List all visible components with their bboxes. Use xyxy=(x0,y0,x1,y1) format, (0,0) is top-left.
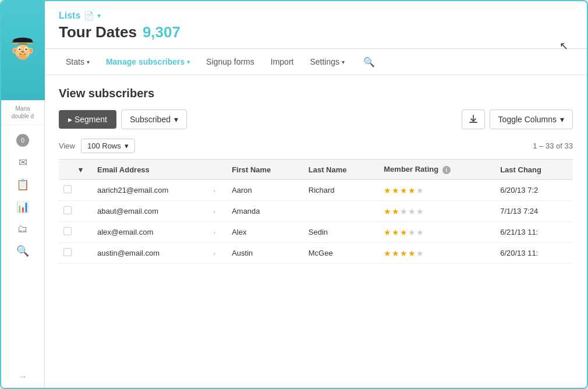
settings-chevron: ▾ xyxy=(342,59,345,65)
th-first-name[interactable]: First Name xyxy=(225,160,302,180)
page-header: Lists 📄 ▾ Tour Dates 9,307 xyxy=(45,1,587,49)
row-last-changed: 7/1/13 7:24 xyxy=(493,201,573,222)
toggle-columns-label: Toggle Columns xyxy=(498,115,557,124)
sidebar-user: Maria double d xyxy=(1,100,44,125)
nav-item-import[interactable]: Import xyxy=(264,49,301,75)
rows-select[interactable]: 100 Rows ▾ xyxy=(81,139,135,153)
row-expand-arrow[interactable]: › xyxy=(213,222,225,243)
svg-point-13 xyxy=(20,48,20,49)
svg-point-11 xyxy=(19,48,20,50)
expand-icon: › xyxy=(213,229,215,236)
row-email[interactable]: aarich21@email.com xyxy=(90,180,213,201)
star-empty: ★ xyxy=(416,207,424,216)
table-row[interactable]: abaut@email.com›Amanda★★★★★7/1/13 7:24 xyxy=(59,201,573,222)
th-last-changed[interactable]: Last Chang xyxy=(493,160,573,180)
row-checkbox-cell xyxy=(59,201,79,222)
page-title: Tour Dates xyxy=(59,23,137,41)
notification-badge: 0 xyxy=(16,134,29,147)
row-sort-cell xyxy=(79,180,90,201)
import-label: Import xyxy=(271,57,294,66)
row-checkbox[interactable] xyxy=(63,206,72,214)
toolbar: ▸ Segment Subscribed ▾ Toggle Columns ▾ xyxy=(59,109,573,129)
star-filled: ★ xyxy=(392,186,399,195)
mailchimp-logo xyxy=(6,34,39,67)
th-sort-arrow[interactable]: ▾ xyxy=(79,160,90,180)
subscribed-button[interactable]: Subscribed ▾ xyxy=(121,109,187,129)
star-rating: ★★★★★ xyxy=(384,207,486,216)
row-checkbox-cell xyxy=(59,243,79,264)
star-rating: ★★★★★ xyxy=(384,186,486,195)
sidebar-item-envelope[interactable]: ✉ xyxy=(10,152,36,173)
row-email[interactable]: alex@email.com xyxy=(90,222,213,243)
star-empty: ★ xyxy=(416,228,424,237)
row-email[interactable]: abaut@email.com xyxy=(90,201,213,222)
row-first-name: Amanda xyxy=(225,201,302,222)
row-expand-arrow[interactable]: › xyxy=(213,201,225,222)
star-filled: ★ xyxy=(384,186,391,195)
manage-subscribers-label: Manage subscribers xyxy=(106,57,185,66)
segment-button[interactable]: ▸ Segment xyxy=(59,110,116,129)
th-rating[interactable]: Member Rating i xyxy=(377,160,493,180)
breadcrumb-lists-link[interactable]: Lists xyxy=(59,10,80,21)
star-filled: ★ xyxy=(384,249,391,258)
star-filled: ★ xyxy=(408,186,416,195)
star-filled: ★ xyxy=(384,207,391,216)
breadcrumb: Lists 📄 ▾ xyxy=(59,10,573,21)
toolbar-right: Toggle Columns ▾ xyxy=(462,109,573,129)
table-body: aarich21@email.com›AaronRichard★★★★★6/20… xyxy=(59,180,573,264)
email-col-label: Email Address xyxy=(97,165,150,174)
nav-search-button[interactable]: 🔍 xyxy=(359,51,380,73)
row-checkbox-cell xyxy=(59,180,79,201)
row-checkbox[interactable] xyxy=(63,248,72,256)
breadcrumb-dropdown-arrow[interactable]: ▾ xyxy=(97,12,101,20)
signup-forms-label: Signup forms xyxy=(206,57,254,66)
row-expand-arrow[interactable]: › xyxy=(213,243,225,264)
toggle-columns-button[interactable]: Toggle Columns ▾ xyxy=(490,109,573,129)
sort-arrow-icon: ▾ xyxy=(79,165,83,174)
search-icon: 🔍 xyxy=(363,57,375,67)
row-email[interactable]: austin@email.com xyxy=(90,243,213,264)
chart-icon: 📊 xyxy=(16,200,29,213)
row-checkbox[interactable] xyxy=(63,185,72,193)
row-first-name: Alex xyxy=(225,222,302,243)
star-empty: ★ xyxy=(416,186,424,195)
row-last-changed: 6/20/13 7:2 xyxy=(493,180,573,201)
sidebar-item-document[interactable]: 📋 xyxy=(10,174,36,195)
sidebar: Maria double d 0 ✉ 📋 📊 🗂 🔍 → xyxy=(1,1,45,388)
rows-select-label: 100 Rows xyxy=(87,142,121,150)
nav-item-settings[interactable]: Settings ▾ xyxy=(303,49,352,75)
card-icon: 🗂 xyxy=(17,223,28,235)
view-label: View xyxy=(59,142,75,150)
row-rating: ★★★★★ xyxy=(377,222,493,243)
sidebar-item-search[interactable]: 🔍 xyxy=(10,241,36,261)
svg-rect-3 xyxy=(12,43,33,44)
sidebar-badge-item[interactable]: 0 xyxy=(10,130,36,151)
download-button[interactable] xyxy=(462,109,485,129)
row-checkbox[interactable] xyxy=(63,227,72,235)
star-filled: ★ xyxy=(408,249,416,258)
table-row[interactable]: aarich21@email.com›AaronRichard★★★★★6/20… xyxy=(59,180,573,201)
th-email[interactable]: Email Address xyxy=(90,160,213,180)
row-first-name: Aaron xyxy=(225,180,302,201)
star-filled: ★ xyxy=(392,207,399,216)
pagination: 1 – 33 of 33 xyxy=(533,142,573,150)
th-last-name[interactable]: Last Name xyxy=(302,160,377,180)
rating-col-label: Member Rating xyxy=(384,165,438,174)
table-row[interactable]: alex@email.com›AlexSedin★★★★★6/21/13 11: xyxy=(59,222,573,243)
nav-item-signup-forms[interactable]: Signup forms xyxy=(199,49,261,75)
sidebar-item-chart[interactable]: 📊 xyxy=(10,196,36,217)
nav-item-manage-subscribers[interactable]: Manage subscribers ▾ xyxy=(99,49,197,75)
row-expand-arrow[interactable]: › xyxy=(213,180,225,201)
content-area: View subscribers ▸ Segment Subscribed ▾ xyxy=(45,75,587,388)
sidebar-item-card[interactable]: 🗂 xyxy=(10,218,36,239)
subscribed-chevron: ▾ xyxy=(174,115,178,124)
sidebar-collapse-arrow[interactable]: → xyxy=(18,372,27,382)
row-last-name: McGee xyxy=(302,243,377,264)
row-last-name: Sedin xyxy=(302,222,377,243)
table-row[interactable]: austin@email.com›AustinMcGee★★★★★6/20/13… xyxy=(59,243,573,264)
sidebar-username: Maria xyxy=(3,105,42,112)
nav-item-stats[interactable]: Stats ▾ xyxy=(59,49,97,75)
star-filled: ★ xyxy=(392,249,399,258)
rating-info-icon[interactable]: i xyxy=(442,166,451,174)
row-last-changed: 6/20/13 11: xyxy=(493,243,573,264)
